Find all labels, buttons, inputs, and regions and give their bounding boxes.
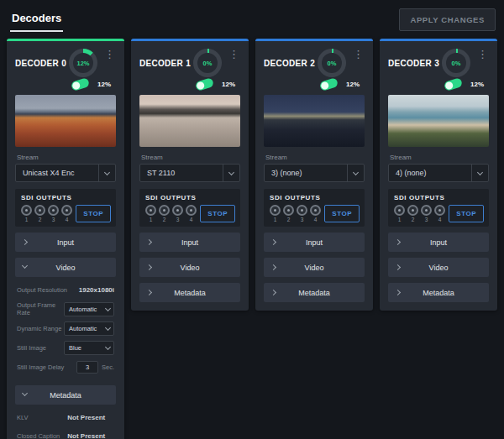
accordion-metadata[interactable]: Metadata — [139, 283, 240, 302]
gauge-percent: 0% — [328, 60, 337, 67]
klv-status: Not Present — [67, 414, 105, 421]
stop-button[interactable]: STOP — [76, 205, 111, 222]
dynamic-range-select[interactable]: Automatic — [64, 321, 114, 336]
stream-label: Stream — [17, 154, 114, 161]
stream-select[interactable]: 3) (none) — [264, 164, 365, 182]
stream-label: Stream — [390, 154, 487, 161]
sdi-port-4[interactable]: 4 — [434, 205, 445, 222]
decoder-card-3: DECODER 3 0% ⋮ 12% Stream 4) (none) SDI … — [380, 39, 497, 311]
decoder-name: DECODER 0 — [15, 59, 69, 68]
gauge-percent: 0% — [203, 60, 213, 67]
sdi-connector-icon — [186, 205, 197, 216]
sdi-port-4[interactable]: 4 — [310, 205, 321, 222]
sdi-port-4[interactable]: 4 — [61, 205, 72, 222]
accordion-video[interactable]: Video — [139, 258, 240, 277]
accordion-metadata[interactable]: Metadata — [15, 385, 116, 405]
sdi-connector-icon — [270, 205, 281, 216]
sdi-port-3[interactable]: 3 — [297, 205, 307, 222]
sdi-connector-icon — [48, 205, 59, 216]
sdi-connector-icon — [310, 205, 321, 216]
stream-toggle[interactable] — [319, 77, 339, 91]
apply-changes-button[interactable]: APPLY CHANGES — [399, 8, 496, 31]
still-image-delay-input[interactable] — [76, 361, 98, 374]
field-label: Output Frame Rate — [17, 301, 64, 316]
sdi-connector-icon — [434, 205, 445, 216]
sdi-connector-icon — [21, 205, 32, 216]
sdi-port-2[interactable]: 2 — [407, 205, 418, 222]
kebab-menu-icon[interactable]: ⋮ — [226, 49, 242, 60]
accordion-video[interactable]: Video — [388, 258, 489, 277]
stream-toggle[interactable] — [71, 77, 90, 91]
sdi-connector-icon — [407, 205, 418, 216]
stream-toggle[interactable] — [444, 77, 463, 91]
chevron-down-icon — [347, 165, 364, 181]
gauge-percent: 0% — [452, 60, 461, 67]
load-percent: 12% — [97, 81, 111, 88]
gauge-percent: 12% — [76, 60, 89, 67]
video-preview — [15, 95, 116, 147]
stop-button[interactable]: STOP — [449, 205, 484, 222]
stop-button[interactable]: STOP — [200, 205, 235, 222]
decoder-name: DECODER 2 — [264, 59, 318, 68]
toggle-knob — [196, 81, 205, 90]
cpu-gauge: 0% — [318, 49, 346, 77]
sdi-port-2[interactable]: 2 — [283, 205, 294, 222]
decoder-grid: DECODER 0 12% ⋮ 12% Stream Unicast X4 En… — [0, 34, 504, 439]
still-image-select[interactable]: Blue — [64, 341, 114, 355]
accordion-input[interactable]: Input — [264, 233, 365, 252]
sdi-port-3[interactable]: 3 — [421, 205, 432, 222]
toggle-knob — [320, 81, 329, 90]
sdi-connector-icon — [394, 205, 405, 216]
sdi-connector-icon — [172, 205, 183, 216]
sdi-outputs-panel: SDI OUTPUTS 1 2 3 4 STOP — [264, 189, 365, 227]
sdi-port-4[interactable]: 4 — [186, 205, 197, 222]
kebab-menu-icon[interactable]: ⋮ — [475, 49, 491, 60]
field-label: Dynamic Range — [17, 325, 64, 332]
chevron-down-icon — [105, 305, 111, 311]
stream-select[interactable]: 4) (none) — [388, 164, 489, 182]
chevron-down-icon — [471, 165, 488, 181]
accordion-input[interactable]: Input — [139, 233, 240, 252]
sdi-port-1[interactable]: 1 — [145, 205, 156, 222]
kebab-menu-icon[interactable]: ⋮ — [102, 49, 118, 60]
accordion-video[interactable]: Video — [15, 258, 116, 277]
accordion-input[interactable]: Input — [388, 233, 489, 252]
video-preview — [264, 95, 365, 147]
sdi-outputs-title: SDI OUTPUTS — [21, 194, 111, 201]
stream-label: Stream — [265, 154, 363, 161]
stream-label: Stream — [141, 154, 239, 161]
sdi-port-3[interactable]: 3 — [172, 205, 183, 222]
cpu-gauge: 0% — [193, 49, 222, 77]
accordion-metadata[interactable]: Metadata — [264, 283, 365, 302]
sdi-connector-icon — [159, 205, 170, 216]
stream-select-value: 3) (none) — [271, 169, 302, 177]
sdi-port-1[interactable]: 1 — [394, 205, 405, 222]
sdi-connector-icon — [34, 205, 45, 216]
kebab-menu-icon[interactable]: ⋮ — [350, 49, 366, 60]
output-frame-rate-select[interactable]: Automatic — [64, 302, 114, 316]
sdi-port-2[interactable]: 2 — [34, 205, 45, 222]
decoder-card-1: DECODER 1 0% ⋮ 12% Stream ST 2110 SDI OU… — [131, 39, 249, 311]
stream-select[interactable]: Unicast X4 Enc — [15, 164, 116, 182]
load-percent: 12% — [222, 81, 235, 88]
metadata-values: KLV Not Present Closed Caption Not Prese… — [7, 405, 124, 439]
accordion-video[interactable]: Video — [264, 258, 365, 277]
sdi-port-1[interactable]: 1 — [21, 205, 32, 222]
sdi-port-2[interactable]: 2 — [159, 205, 170, 222]
accordion-input[interactable]: Input — [15, 233, 116, 252]
stream-select-value: Unicast X4 Enc — [23, 169, 75, 177]
sdi-port-3[interactable]: 3 — [48, 205, 59, 222]
accordion-metadata[interactable]: Metadata — [388, 283, 489, 302]
output-resolution-value: 1920x1080i — [79, 286, 114, 294]
toggle-knob — [444, 81, 454, 90]
stream-toggle[interactable] — [195, 77, 214, 91]
sdi-port-1[interactable]: 1 — [270, 205, 281, 222]
cpu-gauge: 12% — [69, 49, 97, 77]
decoder-name: DECODER 1 — [139, 59, 193, 68]
stop-button[interactable]: STOP — [324, 205, 360, 222]
stream-select[interactable]: ST 2110 — [139, 164, 240, 182]
stream-select-value: 4) (none) — [396, 169, 427, 177]
closed-caption-status: Not Present — [67, 432, 105, 439]
load-percent: 12% — [470, 81, 484, 88]
decoder-card-0: DECODER 0 12% ⋮ 12% Stream Unicast X4 En… — [7, 39, 124, 439]
